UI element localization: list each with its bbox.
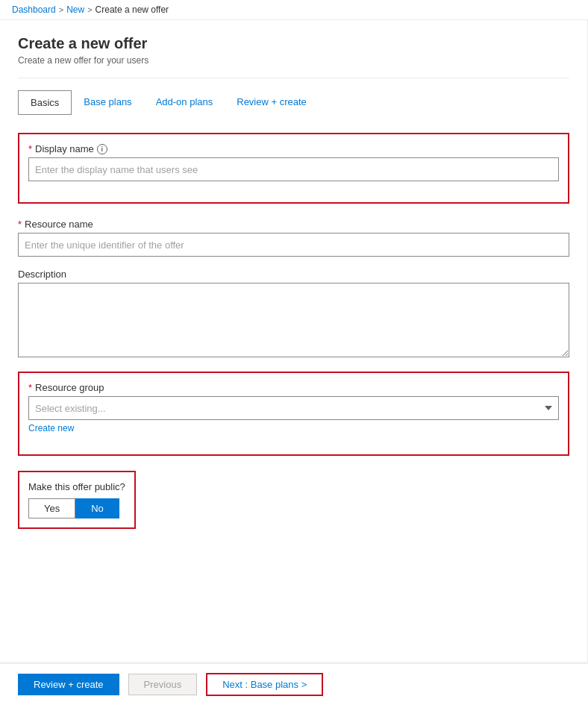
resource-name-label: * Resource name — [18, 219, 569, 230]
tab-bar: Basics Base plans Add-on plans Review + … — [18, 90, 569, 115]
resource-group-required: * — [28, 382, 32, 393]
title-divider — [18, 78, 569, 78]
resource-name-label-text: Resource name — [25, 219, 93, 230]
resource-group-section: * Resource group Select existing... Crea… — [18, 372, 569, 456]
page-subtitle: Create a new offer for your users — [18, 55, 569, 66]
breadcrumb-current: Create a new offer — [96, 4, 169, 15]
make-public-section: Make this offer public? Yes No — [18, 471, 136, 529]
display-name-label: * Display name i — [28, 143, 559, 154]
resource-name-field-group: * Resource name — [18, 219, 569, 257]
description-field-group: Description — [18, 269, 569, 360]
tab-add-on-plans[interactable]: Add-on plans — [144, 90, 225, 115]
review-create-button[interactable]: Review + create — [18, 674, 119, 695]
display-name-field-group: * Display name i — [28, 143, 559, 181]
resource-name-input[interactable] — [18, 233, 569, 257]
breadcrumb-dashboard[interactable]: Dashboard — [12, 4, 56, 15]
display-name-info-icon[interactable]: i — [97, 144, 107, 154]
tab-review-create[interactable]: Review + create — [225, 90, 319, 115]
main-content: Create a new offer Create a new offer fo… — [0, 20, 588, 662]
make-public-label: Make this offer public? — [28, 481, 125, 492]
make-public-yes-button[interactable]: Yes — [28, 498, 75, 518]
resource-group-field-group: * Resource group Select existing... Crea… — [28, 382, 559, 433]
description-input[interactable] — [18, 283, 569, 357]
description-label-text: Description — [18, 269, 66, 280]
make-public-toggles: Yes No — [28, 498, 125, 518]
page-title: Create a new offer — [18, 35, 569, 52]
display-name-section: * Display name i — [18, 133, 569, 204]
display-name-input[interactable] — [28, 157, 559, 181]
breadcrumb-sep-1: > — [59, 5, 63, 14]
create-new-link[interactable]: Create new — [28, 423, 74, 433]
breadcrumb-new[interactable]: New — [66, 4, 84, 15]
tab-basics[interactable]: Basics — [18, 90, 72, 115]
previous-button: Previous — [128, 674, 198, 695]
make-public-no-button[interactable]: No — [75, 498, 119, 518]
description-label: Description — [18, 269, 569, 280]
footer: Review + create Previous Next : Base pla… — [0, 663, 588, 705]
display-name-label-text: Display name — [35, 143, 94, 154]
next-button[interactable]: Next : Base plans > — [206, 673, 323, 696]
resource-group-label-text: Resource group — [35, 382, 104, 393]
tab-base-plans[interactable]: Base plans — [72, 90, 143, 115]
resource-group-select[interactable]: Select existing... — [28, 396, 559, 420]
resource-name-required: * — [18, 219, 22, 230]
resource-group-label: * Resource group — [28, 382, 559, 393]
display-name-required: * — [28, 143, 32, 154]
breadcrumb-bar: Dashboard > New > Create a new offer — [0, 0, 588, 20]
breadcrumb-sep-2: > — [87, 5, 92, 14]
